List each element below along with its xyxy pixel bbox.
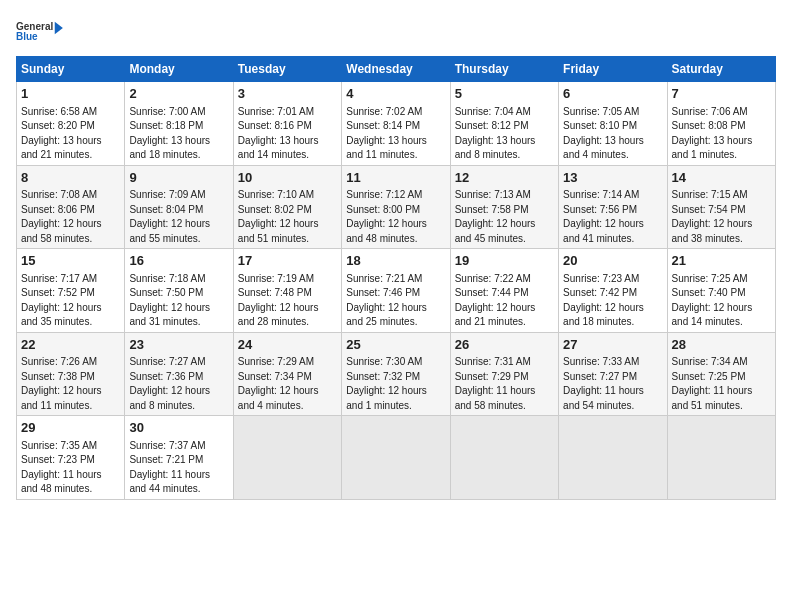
sunset: Sunset: 8:12 PM	[455, 120, 529, 131]
sunset: Sunset: 7:58 PM	[455, 204, 529, 215]
sunset: Sunset: 7:23 PM	[21, 454, 95, 465]
calendar-cell: 29Sunrise: 7:35 AMSunset: 7:23 PMDayligh…	[17, 416, 125, 500]
sunset: Sunset: 8:02 PM	[238, 204, 312, 215]
sunrise: Sunrise: 7:34 AM	[672, 356, 748, 367]
daylight: Daylight: 11 hoursand 44 minutes.	[129, 469, 210, 495]
sunset: Sunset: 8:00 PM	[346, 204, 420, 215]
daylight: Daylight: 12 hoursand 58 minutes.	[21, 218, 102, 244]
sunset: Sunset: 8:08 PM	[672, 120, 746, 131]
sunrise: Sunrise: 7:01 AM	[238, 106, 314, 117]
daylight: Daylight: 12 hoursand 1 minutes.	[346, 385, 427, 411]
daylight: Daylight: 12 hoursand 35 minutes.	[21, 302, 102, 328]
calendar-cell: 6Sunrise: 7:05 AMSunset: 8:10 PMDaylight…	[559, 82, 667, 166]
day-number: 2	[129, 85, 228, 103]
daylight: Daylight: 12 hoursand 8 minutes.	[129, 385, 210, 411]
sunset: Sunset: 7:52 PM	[21, 287, 95, 298]
daylight: Daylight: 13 hoursand 18 minutes.	[129, 135, 210, 161]
sunrise: Sunrise: 7:23 AM	[563, 273, 639, 284]
sunrise: Sunrise: 7:33 AM	[563, 356, 639, 367]
day-number: 5	[455, 85, 554, 103]
sunset: Sunset: 7:25 PM	[672, 371, 746, 382]
daylight: Daylight: 11 hoursand 58 minutes.	[455, 385, 536, 411]
calendar-cell: 18Sunrise: 7:21 AMSunset: 7:46 PMDayligh…	[342, 249, 450, 333]
calendar-cell: 16Sunrise: 7:18 AMSunset: 7:50 PMDayligh…	[125, 249, 233, 333]
day-number: 19	[455, 252, 554, 270]
sunrise: Sunrise: 7:13 AM	[455, 189, 531, 200]
calendar-week-row: 29Sunrise: 7:35 AMSunset: 7:23 PMDayligh…	[17, 416, 776, 500]
calendar-cell: 12Sunrise: 7:13 AMSunset: 7:58 PMDayligh…	[450, 165, 558, 249]
sunrise: Sunrise: 7:29 AM	[238, 356, 314, 367]
sunset: Sunset: 8:18 PM	[129, 120, 203, 131]
sunset: Sunset: 7:46 PM	[346, 287, 420, 298]
calendar-cell: 21Sunrise: 7:25 AMSunset: 7:40 PMDayligh…	[667, 249, 775, 333]
sunrise: Sunrise: 7:27 AM	[129, 356, 205, 367]
daylight: Daylight: 12 hoursand 55 minutes.	[129, 218, 210, 244]
col-saturday: Saturday	[667, 57, 775, 82]
calendar-cell: 22Sunrise: 7:26 AMSunset: 7:38 PMDayligh…	[17, 332, 125, 416]
day-number: 1	[21, 85, 120, 103]
calendar-cell: 5Sunrise: 7:04 AMSunset: 8:12 PMDaylight…	[450, 82, 558, 166]
calendar-cell: 25Sunrise: 7:30 AMSunset: 7:32 PMDayligh…	[342, 332, 450, 416]
daylight: Daylight: 13 hoursand 11 minutes.	[346, 135, 427, 161]
daylight: Daylight: 12 hoursand 45 minutes.	[455, 218, 536, 244]
sunrise: Sunrise: 7:05 AM	[563, 106, 639, 117]
sunset: Sunset: 8:10 PM	[563, 120, 637, 131]
sunrise: Sunrise: 7:19 AM	[238, 273, 314, 284]
calendar-cell: 17Sunrise: 7:19 AMSunset: 7:48 PMDayligh…	[233, 249, 341, 333]
daylight: Daylight: 12 hoursand 14 minutes.	[672, 302, 753, 328]
daylight: Daylight: 12 hoursand 18 minutes.	[563, 302, 644, 328]
calendar-cell	[342, 416, 450, 500]
day-number: 10	[238, 169, 337, 187]
calendar-cell: 20Sunrise: 7:23 AMSunset: 7:42 PMDayligh…	[559, 249, 667, 333]
daylight: Daylight: 11 hoursand 51 minutes.	[672, 385, 753, 411]
calendar-week-row: 15Sunrise: 7:17 AMSunset: 7:52 PMDayligh…	[17, 249, 776, 333]
daylight: Daylight: 13 hoursand 14 minutes.	[238, 135, 319, 161]
day-number: 16	[129, 252, 228, 270]
sunset: Sunset: 7:50 PM	[129, 287, 203, 298]
calendar-table: Sunday Monday Tuesday Wednesday Thursday…	[16, 56, 776, 500]
sunrise: Sunrise: 7:02 AM	[346, 106, 422, 117]
sunrise: Sunrise: 7:25 AM	[672, 273, 748, 284]
daylight: Daylight: 12 hoursand 48 minutes.	[346, 218, 427, 244]
day-number: 25	[346, 336, 445, 354]
sunset: Sunset: 7:27 PM	[563, 371, 637, 382]
sunset: Sunset: 7:36 PM	[129, 371, 203, 382]
day-number: 26	[455, 336, 554, 354]
calendar-week-row: 8Sunrise: 7:08 AMSunset: 8:06 PMDaylight…	[17, 165, 776, 249]
calendar-cell: 30Sunrise: 7:37 AMSunset: 7:21 PMDayligh…	[125, 416, 233, 500]
header-row: Sunday Monday Tuesday Wednesday Thursday…	[17, 57, 776, 82]
daylight: Daylight: 12 hoursand 21 minutes.	[455, 302, 536, 328]
calendar-cell: 19Sunrise: 7:22 AMSunset: 7:44 PMDayligh…	[450, 249, 558, 333]
sunrise: Sunrise: 7:15 AM	[672, 189, 748, 200]
calendar-cell: 3Sunrise: 7:01 AMSunset: 8:16 PMDaylight…	[233, 82, 341, 166]
svg-marker-2	[55, 22, 63, 35]
sunrise: Sunrise: 7:17 AM	[21, 273, 97, 284]
calendar-cell: 14Sunrise: 7:15 AMSunset: 7:54 PMDayligh…	[667, 165, 775, 249]
sunrise: Sunrise: 7:09 AM	[129, 189, 205, 200]
col-sunday: Sunday	[17, 57, 125, 82]
sunset: Sunset: 7:38 PM	[21, 371, 95, 382]
calendar-cell: 24Sunrise: 7:29 AMSunset: 7:34 PMDayligh…	[233, 332, 341, 416]
daylight: Daylight: 12 hoursand 28 minutes.	[238, 302, 319, 328]
day-number: 7	[672, 85, 771, 103]
daylight: Daylight: 12 hoursand 41 minutes.	[563, 218, 644, 244]
day-number: 14	[672, 169, 771, 187]
sunrise: Sunrise: 6:58 AM	[21, 106, 97, 117]
daylight: Daylight: 13 hoursand 8 minutes.	[455, 135, 536, 161]
daylight: Daylight: 12 hoursand 31 minutes.	[129, 302, 210, 328]
day-number: 23	[129, 336, 228, 354]
day-number: 20	[563, 252, 662, 270]
sunrise: Sunrise: 7:37 AM	[129, 440, 205, 451]
svg-text:Blue: Blue	[16, 31, 38, 42]
sunset: Sunset: 7:40 PM	[672, 287, 746, 298]
col-monday: Monday	[125, 57, 233, 82]
day-number: 15	[21, 252, 120, 270]
daylight: Daylight: 13 hoursand 1 minutes.	[672, 135, 753, 161]
calendar-cell: 7Sunrise: 7:06 AMSunset: 8:08 PMDaylight…	[667, 82, 775, 166]
daylight: Daylight: 13 hoursand 4 minutes.	[563, 135, 644, 161]
sunrise: Sunrise: 7:08 AM	[21, 189, 97, 200]
col-tuesday: Tuesday	[233, 57, 341, 82]
day-number: 30	[129, 419, 228, 437]
calendar-cell: 4Sunrise: 7:02 AMSunset: 8:14 PMDaylight…	[342, 82, 450, 166]
daylight: Daylight: 12 hoursand 25 minutes.	[346, 302, 427, 328]
